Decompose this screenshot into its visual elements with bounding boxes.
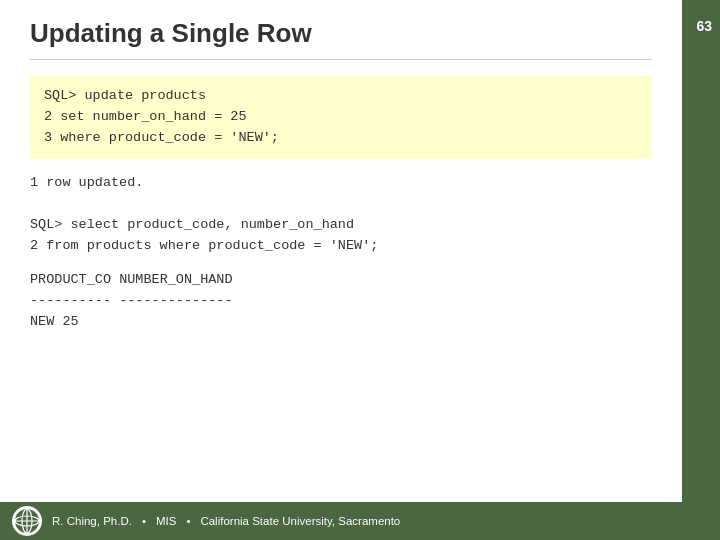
output-header-1: PRODUCT_CO bbox=[30, 272, 111, 287]
output-data-row: NEW 25 bbox=[30, 312, 652, 333]
footer-bar: R. Ching, Ph.D. • MIS • California State… bbox=[0, 502, 682, 540]
output-header-row: PRODUCT_CO NUMBER_ON_HAND bbox=[30, 270, 652, 291]
sql-line-1: SQL> update products bbox=[44, 86, 638, 107]
footer-sep2: • bbox=[186, 515, 190, 527]
page-number: 63 bbox=[696, 18, 712, 34]
result-line-4: 2 from products where product_code = 'NE… bbox=[30, 236, 652, 257]
output-sep-2: -------------- bbox=[119, 293, 232, 308]
right-accent-bar: 63 bbox=[682, 0, 720, 540]
output-block: PRODUCT_CO NUMBER_ON_HAND ---------- ---… bbox=[30, 270, 652, 333]
sql-code-block: SQL> update products 2 set number_on_han… bbox=[30, 76, 652, 159]
output-val-2: 25 bbox=[62, 314, 78, 329]
output-sep-1: ---------- bbox=[30, 293, 111, 308]
output-header-2: NUMBER_ON_HAND bbox=[119, 272, 232, 287]
footer-university: California State University, Sacramento bbox=[200, 515, 400, 527]
output-val-1: NEW bbox=[30, 314, 54, 329]
output-sep-row: ---------- -------------- bbox=[30, 291, 652, 312]
result-text-block: 1 row updated. SQL> select product_code,… bbox=[30, 173, 652, 257]
result-line-1: 1 row updated. bbox=[30, 173, 652, 194]
footer-author: R. Ching, Ph.D. bbox=[52, 515, 132, 527]
sql-line-3: 3 where product_code = 'NEW'; bbox=[44, 128, 638, 149]
result-line-3: SQL> select product_code, number_on_hand bbox=[30, 215, 652, 236]
page-title: Updating a Single Row bbox=[30, 18, 652, 60]
result-line-blank bbox=[30, 194, 652, 215]
footer-dept: MIS bbox=[156, 515, 176, 527]
page-container: 63 Updating a Single Row SQL> update pro… bbox=[0, 0, 720, 540]
footer-logo bbox=[12, 506, 42, 536]
sql-line-2: 2 set number_on_hand = 25 bbox=[44, 107, 638, 128]
footer-sep1: • bbox=[142, 515, 146, 527]
main-content: Updating a Single Row SQL> update produc… bbox=[0, 0, 682, 540]
